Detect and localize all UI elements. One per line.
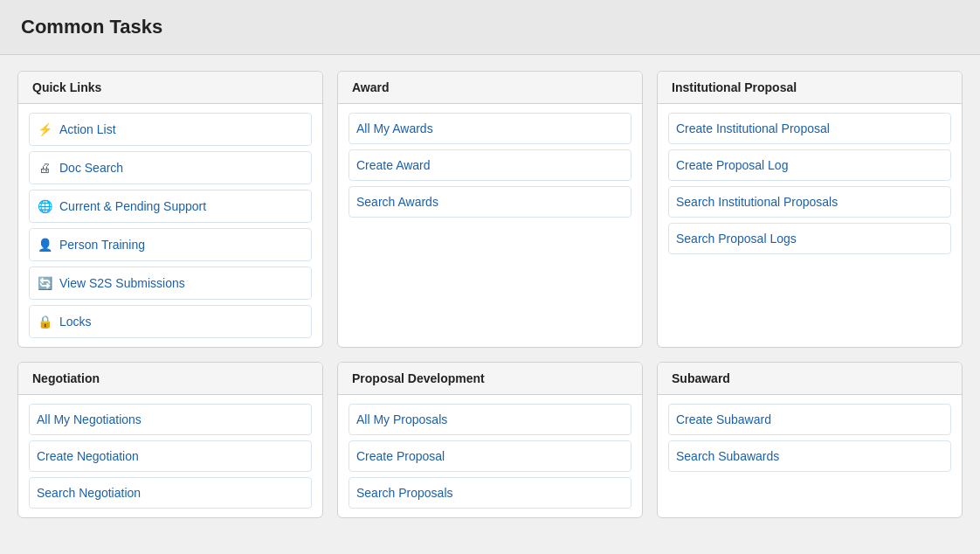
main-content: Quick Links ⚡ Action List 🖨 Doc Search 🌐… bbox=[0, 55, 980, 534]
person-training-icon: 👤 bbox=[37, 237, 52, 253]
create-institutional-proposal-link[interactable]: Create Institutional Proposal bbox=[668, 113, 951, 144]
quick-links-card: Quick Links ⚡ Action List 🖨 Doc Search 🌐… bbox=[17, 71, 323, 348]
institutional-proposal-card: Institutional Proposal Create Institutio… bbox=[657, 71, 963, 348]
create-proposal-log-link[interactable]: Create Proposal Log bbox=[668, 149, 951, 181]
doc-search-link[interactable]: 🖨 Doc Search bbox=[29, 151, 312, 184]
all-my-awards-link[interactable]: All My Awards bbox=[349, 113, 631, 144]
proposal-development-body: All My Proposals Create Proposal Search … bbox=[338, 395, 642, 517]
award-header: Award bbox=[338, 72, 642, 104]
locks-link[interactable]: 🔒 Locks bbox=[29, 305, 312, 338]
award-body: All My Awards Create Award Search Awards bbox=[338, 104, 642, 226]
current-pending-icon: 🌐 bbox=[37, 198, 52, 214]
action-list-link[interactable]: ⚡ Action List bbox=[29, 113, 312, 146]
search-proposal-logs-link[interactable]: Search Proposal Logs bbox=[668, 223, 951, 254]
cards-row-2: Negotiation All My Negotiations Create N… bbox=[17, 362, 963, 518]
institutional-proposal-body: Create Institutional Proposal Create Pro… bbox=[658, 104, 962, 263]
current-pending-link[interactable]: 🌐 Current & Pending Support bbox=[29, 190, 312, 223]
quick-links-header: Quick Links bbox=[18, 72, 322, 104]
create-negotiation-link[interactable]: Create Negotiation bbox=[29, 440, 312, 472]
cards-row-1: Quick Links ⚡ Action List 🖨 Doc Search 🌐… bbox=[17, 71, 963, 348]
s2s-link[interactable]: 🔄 View S2S Submissions bbox=[29, 267, 312, 300]
proposal-development-card: Proposal Development All My Proposals Cr… bbox=[337, 362, 643, 518]
award-card: Award All My Awards Create Award Search … bbox=[337, 71, 643, 348]
institutional-proposal-header: Institutional Proposal bbox=[658, 72, 962, 104]
search-subawards-link[interactable]: Search Subawards bbox=[668, 440, 951, 472]
negotiation-body: All My Negotiations Create Negotiation S… bbox=[18, 395, 322, 517]
search-institutional-proposals-link[interactable]: Search Institutional Proposals bbox=[668, 186, 951, 218]
negotiation-card: Negotiation All My Negotiations Create N… bbox=[17, 362, 323, 518]
all-my-negotiations-link[interactable]: All My Negotiations bbox=[29, 404, 312, 435]
create-subaward-link[interactable]: Create Subaward bbox=[668, 404, 951, 435]
search-negotiation-link[interactable]: Search Negotiation bbox=[29, 477, 312, 509]
search-proposals-link[interactable]: Search Proposals bbox=[349, 477, 631, 509]
subaward-card: Subaward Create Subaward Search Subaward… bbox=[657, 362, 963, 518]
negotiation-header: Negotiation bbox=[18, 363, 322, 395]
s2s-icon: 🔄 bbox=[37, 275, 52, 291]
page-title: Common Tasks bbox=[21, 16, 959, 38]
create-proposal-link[interactable]: Create Proposal bbox=[349, 440, 631, 472]
subaward-body: Create Subaward Search Subawards bbox=[658, 395, 962, 481]
locks-icon: 🔒 bbox=[37, 314, 52, 329]
action-list-icon: ⚡ bbox=[37, 121, 52, 137]
create-award-link[interactable]: Create Award bbox=[349, 149, 631, 181]
all-my-proposals-link[interactable]: All My Proposals bbox=[349, 404, 631, 435]
person-training-link[interactable]: 👤 Person Training bbox=[29, 228, 312, 261]
subaward-header: Subaward bbox=[658, 363, 962, 395]
doc-search-icon: 🖨 bbox=[37, 160, 52, 176]
proposal-development-header: Proposal Development bbox=[338, 363, 642, 395]
search-awards-link[interactable]: Search Awards bbox=[349, 186, 631, 218]
page-header: Common Tasks bbox=[0, 0, 980, 55]
quick-links-body: ⚡ Action List 🖨 Doc Search 🌐 Current & P… bbox=[18, 104, 322, 347]
